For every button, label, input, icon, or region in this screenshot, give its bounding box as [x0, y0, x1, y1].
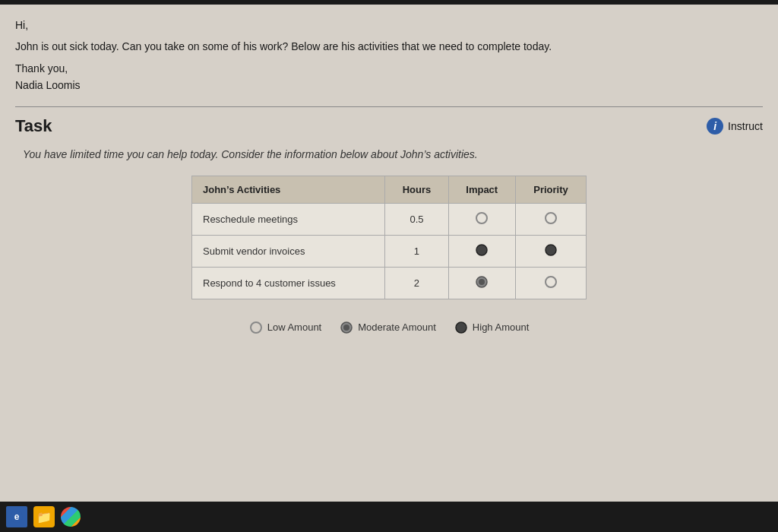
- table-container: John’s Activities Hours Impact Priority …: [15, 176, 763, 299]
- priority-cell: [515, 203, 586, 235]
- instruct-button[interactable]: i Instruct: [707, 118, 763, 135]
- email-closing: Thank you,: [15, 60, 763, 77]
- svg-point-2: [476, 245, 487, 255]
- divider: [15, 106, 763, 107]
- col-activities: John’s Activities: [192, 176, 385, 203]
- legend-moderate: Moderate Amount: [340, 321, 436, 334]
- task-description: You have limited time you can help today…: [15, 148, 763, 160]
- col-priority: Priority: [515, 176, 586, 203]
- legend-low-label: Low Amount: [267, 321, 322, 333]
- legend-low: Low Amount: [249, 321, 322, 334]
- taskbar: e 📁: [0, 502, 778, 532]
- svg-point-10: [456, 322, 466, 333]
- activity-cell: Reschedule meetings: [192, 203, 385, 235]
- hours-cell: 1: [385, 235, 448, 267]
- svg-point-7: [251, 322, 261, 333]
- task-title: Task: [15, 116, 52, 136]
- instruct-label: Instruct: [728, 120, 763, 132]
- hours-cell: 0.5: [385, 203, 448, 235]
- svg-point-5: [479, 279, 485, 285]
- impact-cell: [448, 235, 515, 267]
- table-row: Submit vendor invoices 1: [192, 235, 587, 267]
- info-icon: i: [707, 118, 723, 135]
- start-button[interactable]: e: [6, 506, 27, 527]
- legend-high-label: High Amount: [473, 321, 529, 333]
- moderate-amount-icon: [340, 321, 353, 334]
- email-body: John is out sick today. Can you take on …: [15, 38, 763, 55]
- legend-moderate-label: Moderate Amount: [358, 321, 436, 333]
- col-hours: Hours: [385, 176, 448, 203]
- legend: Low Amount Moderate Amount High Amount: [15, 315, 763, 340]
- svg-point-0: [476, 213, 487, 223]
- svg-point-1: [546, 213, 556, 223]
- activity-cell: Submit vendor invoices: [192, 235, 385, 267]
- impact-cell: [448, 267, 515, 299]
- svg-point-6: [546, 277, 556, 287]
- impact-cell: [448, 203, 515, 235]
- svg-text:e: e: [14, 511, 20, 522]
- email-sender: Nadia Loomis: [15, 77, 763, 93]
- svg-point-9: [343, 325, 349, 331]
- email-section: Hi, John is out sick today. Can you take…: [15, 17, 763, 94]
- low-amount-icon: [249, 321, 263, 334]
- colorful-icon[interactable]: [61, 507, 81, 527]
- priority-cell: [515, 235, 586, 267]
- hours-cell: 2: [385, 267, 448, 299]
- col-impact: Impact: [448, 176, 515, 203]
- activity-cell: Respond to 4 customer issues: [192, 267, 385, 299]
- legend-high: High Amount: [454, 321, 529, 334]
- task-header: Task i Instruct: [15, 116, 763, 136]
- table-row: Reschedule meetings 0.5: [192, 203, 587, 235]
- table-row: Respond to 4 customer issues 2: [192, 267, 587, 299]
- high-amount-icon: [454, 321, 468, 334]
- activities-table: John’s Activities Hours Impact Priority …: [191, 176, 587, 299]
- files-icon[interactable]: 📁: [33, 506, 55, 527]
- email-greeting: Hi,: [15, 17, 763, 33]
- svg-point-3: [546, 245, 556, 255]
- priority-cell: [515, 267, 586, 299]
- main-content: Hi, John is out sick today. Can you take…: [0, 5, 778, 502]
- table-header-row: John’s Activities Hours Impact Priority: [192, 176, 587, 203]
